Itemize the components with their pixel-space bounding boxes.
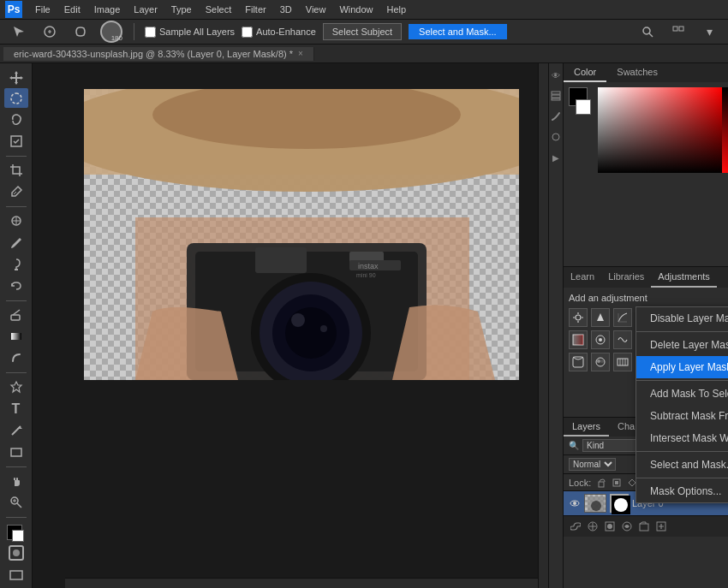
- menu-type[interactable]: Type: [165, 3, 198, 16]
- lock-position-icon[interactable]: [596, 478, 606, 488]
- search-btn[interactable]: [636, 20, 659, 44]
- canvas-area[interactable]: instax mini 90: [33, 63, 548, 588]
- svg-point-1: [643, 27, 650, 34]
- menu-bar: Ps File Edit Image Layer Type Select Fil…: [0, 0, 728, 19]
- toolbar-sep-3: [6, 300, 27, 301]
- swatches-tab[interactable]: Swatches: [606, 63, 668, 82]
- toolbar-sep-1: [6, 156, 27, 157]
- document-tab[interactable]: eric-ward-304333-unsplash.jpg @ 8.33% (L…: [3, 47, 314, 61]
- gradient-tool[interactable]: [4, 327, 28, 347]
- menu-image[interactable]: Image: [88, 3, 127, 16]
- svg-rect-5: [11, 93, 21, 104]
- menu-select[interactable]: Select: [200, 3, 238, 16]
- tab-close-btn[interactable]: ×: [298, 49, 303, 58]
- auto-enhance-checkbox[interactable]: [242, 27, 253, 38]
- tool-lasso-btn[interactable]: [69, 20, 92, 44]
- link-layers-btn[interactable]: [569, 520, 582, 533]
- screen-mode-btn[interactable]: [4, 565, 28, 585]
- vibrance-2-icon[interactable]: [613, 353, 632, 371]
- blend-mode-select[interactable]: Normal: [569, 458, 616, 471]
- menu-help[interactable]: Help: [381, 3, 413, 16]
- menu-window[interactable]: Window: [333, 3, 379, 16]
- levels-icon[interactable]: [591, 308, 610, 327]
- bw-icon[interactable]: [569, 330, 588, 349]
- path-selection-tool[interactable]: [4, 420, 28, 440]
- expand-btn[interactable]: ▾: [697, 20, 721, 44]
- panel-play-btn[interactable]: ▶: [549, 149, 563, 166]
- lasso-tool[interactable]: [4, 110, 28, 129]
- color-gradient-field[interactable]: [598, 87, 728, 173]
- panel-eye-btn[interactable]: 👁: [549, 67, 563, 84]
- sample-all-layers-check[interactable]: Sample All Layers: [145, 27, 235, 38]
- crop-tool[interactable]: [4, 161, 28, 181]
- eyedropper-tool[interactable]: [4, 182, 28, 202]
- hand-tool[interactable]: [4, 471, 28, 490]
- ctx-mask-options[interactable]: Mask Options...: [636, 480, 728, 502]
- svg-rect-103: [640, 524, 648, 531]
- menu-layer[interactable]: Layer: [128, 3, 164, 16]
- sample-all-layers-checkbox[interactable]: [145, 27, 156, 38]
- ctx-delete-layer-mask[interactable]: Delete Layer Mask: [636, 334, 728, 356]
- add-adjustment-layer-btn[interactable]: [620, 520, 634, 533]
- horizontal-scrollbar[interactable]: [65, 578, 538, 588]
- add-group-btn[interactable]: [637, 520, 651, 533]
- ctx-apply-layer-mask[interactable]: Apply Layer Mask: [636, 356, 728, 378]
- eraser-tool[interactable]: [4, 305, 28, 324]
- clone-stamp-tool[interactable]: [4, 254, 28, 274]
- brightness-icon[interactable]: [569, 308, 588, 327]
- ctx-add-mask-selection[interactable]: Add Mask To Selection: [636, 383, 728, 405]
- learn-tab[interactable]: Learn: [564, 267, 601, 288]
- ctx-disable-layer-mask[interactable]: Disable Layer Mask: [636, 307, 728, 330]
- background-swatch[interactable]: [576, 99, 591, 115]
- ctx-subtract-mask-selection[interactable]: Subtract Mask From Selection: [636, 405, 728, 427]
- foreground-color[interactable]: [4, 522, 28, 542]
- photo-filter-icon[interactable]: [591, 330, 610, 349]
- vertical-scrollbar[interactable]: [538, 63, 548, 588]
- add-new-layer-btn[interactable]: [654, 520, 668, 533]
- tool-brush-btn[interactable]: [38, 20, 62, 44]
- hue-sat-2-icon[interactable]: [591, 353, 610, 371]
- lock-pixels-icon[interactable]: [612, 478, 622, 488]
- object-selection-tool[interactable]: [4, 132, 28, 151]
- blur-tool[interactable]: [4, 348, 28, 368]
- color-picker-area: [564, 82, 728, 266]
- layers-tab[interactable]: Layers: [564, 418, 609, 437]
- selective-color-icon[interactable]: [569, 353, 588, 371]
- pen-tool[interactable]: [4, 377, 28, 397]
- rectangle-tool[interactable]: [4, 442, 28, 461]
- add-mask-btn[interactable]: [603, 520, 617, 533]
- color-tab[interactable]: Color: [564, 63, 606, 82]
- select-subject-button[interactable]: Select Subject: [323, 23, 402, 40]
- libraries-tab[interactable]: Libraries: [601, 267, 651, 288]
- menu-edit[interactable]: Edit: [58, 3, 87, 16]
- menu-file[interactable]: File: [29, 3, 57, 16]
- auto-enhance-check[interactable]: Auto-Enhance: [242, 27, 316, 38]
- layer-effects-btn[interactable]: [586, 520, 600, 533]
- zoom-tool[interactable]: [4, 493, 28, 513]
- layer-mask-thumbnail[interactable]: [610, 494, 629, 513]
- adjustments-tab[interactable]: Adjustments: [651, 267, 717, 288]
- panel-brush-btn[interactable]: [549, 108, 563, 125]
- panel-layers-btn[interactable]: [549, 87, 563, 104]
- channel-mixer-icon[interactable]: [613, 330, 632, 349]
- menu-3d[interactable]: 3D: [274, 3, 298, 16]
- quick-mask-btn[interactable]: [4, 543, 28, 563]
- healing-brush-tool[interactable]: [4, 211, 28, 231]
- text-tool[interactable]: T: [4, 399, 28, 419]
- ctx-select-and-mask[interactable]: Select and Mask...: [636, 454, 728, 476]
- ctx-intersect-mask-selection[interactable]: Intersect Mask With Selection: [636, 427, 728, 449]
- curves-icon[interactable]: [613, 308, 632, 327]
- panel-shapes-btn[interactable]: [549, 128, 563, 146]
- selection-tool[interactable]: [4, 88, 28, 108]
- svg-line-7: [14, 192, 16, 194]
- menu-view[interactable]: View: [300, 3, 332, 16]
- select-mask-button[interactable]: Select and Mask...: [409, 24, 507, 39]
- menu-filter[interactable]: Filter: [239, 3, 272, 16]
- brush-tool[interactable]: [4, 233, 28, 252]
- layer-visibility-toggle[interactable]: [569, 497, 581, 509]
- view-btn[interactable]: [666, 20, 690, 44]
- move-tool[interactable]: [4, 67, 28, 86]
- add-adjustment-label: Add an adjustment: [569, 293, 728, 303]
- history-brush-tool[interactable]: [4, 276, 28, 295]
- tool-select-btn[interactable]: [7, 20, 31, 44]
